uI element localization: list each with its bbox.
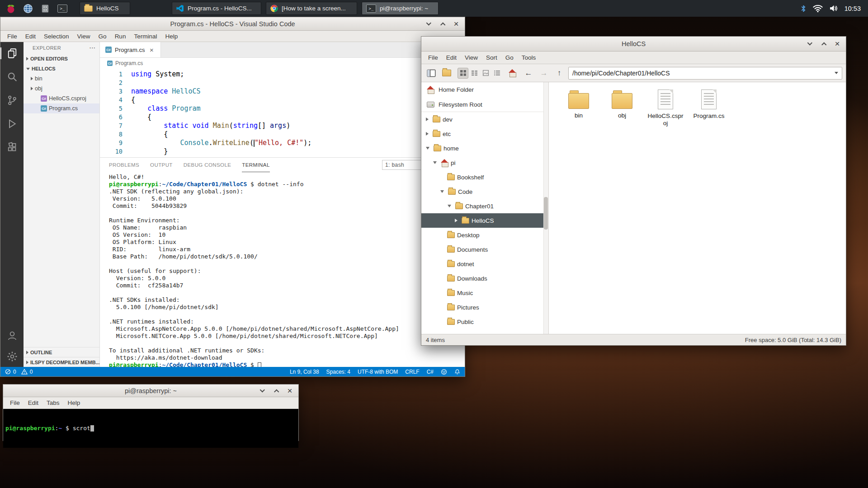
run-debug-icon[interactable] (6, 118, 18, 130)
breadcrumb[interactable]: Program.cs (100, 58, 465, 69)
taskbar-task-hellocs[interactable]: HelloCS (80, 2, 130, 15)
back-button[interactable] (522, 67, 535, 80)
section-ilspy[interactable]: ILSPY DECOMPILED MEMB... (24, 357, 99, 367)
fm-file-pane[interactable]: bin obj HelloCS.csproj Program.cs (549, 82, 846, 334)
maximize-button[interactable] (273, 388, 279, 394)
close-button[interactable] (453, 21, 459, 27)
menu-item-selection[interactable]: Selection (40, 33, 73, 40)
tree-item-pictures[interactable]: Pictures (421, 300, 548, 314)
minimize-button[interactable] (426, 21, 432, 27)
expander-icon[interactable] (433, 161, 437, 164)
cursor-position[interactable]: Ln 9, Col 38 (290, 369, 319, 375)
file-item-csproj[interactable]: HelloCS.csproj (645, 89, 686, 127)
integrated-terminal[interactable]: Hello, C#! pi@raspberrypi:~/Code/Chapter… (100, 172, 465, 367)
place-filesystem-root[interactable]: Filesystem Root (421, 97, 548, 112)
menu-item-edit[interactable]: Edit (442, 54, 461, 61)
menu-item-file[interactable]: File (3, 33, 21, 40)
home-button[interactable] (507, 67, 519, 80)
tab-output[interactable]: OUTPUT (150, 162, 173, 168)
maximize-button[interactable] (439, 21, 446, 27)
tree-item-dotnet[interactable]: dotnet (421, 257, 548, 271)
close-button[interactable] (287, 388, 293, 394)
settings-gear-icon[interactable] (6, 351, 18, 362)
section-outline[interactable]: OUTLINE (24, 347, 99, 357)
compact-view-button[interactable] (469, 68, 480, 79)
tree-item-home[interactable]: home (421, 141, 548, 155)
fm-titlebar[interactable]: HelloCS (421, 37, 846, 52)
tab-terminal[interactable]: TERMINAL (242, 158, 269, 172)
path-bar[interactable]: /home/pi/Code/Chapter01/HelloCS (568, 67, 842, 80)
tab-program-cs[interactable]: Program.cs (100, 42, 161, 57)
menu-item-view[interactable]: View (461, 54, 482, 61)
account-icon[interactable] (6, 330, 18, 342)
tab-problems[interactable]: PROBLEMS (109, 162, 139, 168)
source-control-icon[interactable] (6, 94, 18, 106)
explorer-item-csproj[interactable]: HelloCS.csproj (24, 94, 99, 103)
tree-item-music[interactable]: Music (421, 286, 548, 300)
menu-item-tools[interactable]: Tools (518, 54, 540, 61)
extensions-icon[interactable] (6, 141, 18, 153)
minimize-button[interactable] (807, 41, 813, 47)
expander-icon[interactable] (440, 190, 444, 193)
toggle-side-pane-button[interactable] (425, 67, 438, 80)
explorer-item-bin[interactable]: bin (24, 74, 99, 84)
wifi-icon[interactable] (813, 5, 823, 12)
menu-item-go[interactable]: Go (94, 33, 111, 40)
section-project[interactable]: HELLOCS (24, 64, 99, 74)
expander-icon[interactable] (448, 205, 451, 207)
menu-item-sort[interactable]: Sort (482, 54, 501, 61)
tree-item-etc[interactable]: etc (421, 127, 548, 141)
up-button[interactable] (553, 67, 566, 80)
browser-launcher[interactable] (22, 2, 34, 15)
menu-item-edit[interactable]: Edit (21, 33, 40, 40)
explorer-item-program-cs[interactable]: Program.cs (24, 103, 99, 113)
more-actions-icon[interactable] (90, 45, 96, 51)
terminal-titlebar[interactable]: pi@raspberrypi: ~ (3, 385, 298, 397)
menu-item-run[interactable]: Run (111, 33, 130, 40)
thumbnail-view-button[interactable] (480, 68, 491, 79)
menu-item-terminal[interactable]: Terminal (130, 33, 161, 40)
warnings-icon[interactable] (21, 369, 28, 375)
tree-item-documents[interactable]: Documents (421, 242, 548, 257)
taskbar-task-terminal[interactable]: pi@raspberrypi: ~ (362, 2, 439, 15)
file-item-obj[interactable]: obj (601, 89, 643, 119)
code-editor[interactable]: 1using System; 2 3namespace HelloCS 4{ 5… (100, 69, 465, 157)
menu-item-help[interactable]: Help (161, 33, 182, 40)
bluetooth-icon[interactable] (800, 5, 807, 13)
maximize-button[interactable] (821, 41, 827, 47)
explorer-icon[interactable] (6, 47, 18, 59)
new-folder-button[interactable] (440, 67, 453, 80)
tree-item-bookshelf[interactable]: Bookshelf (421, 170, 548, 184)
tree-item-code[interactable]: Code (421, 184, 548, 199)
errors-icon[interactable] (5, 369, 11, 375)
icon-view-button[interactable] (458, 68, 468, 79)
search-icon[interactable] (6, 71, 18, 83)
menu-item-tabs[interactable]: Tabs (42, 399, 64, 406)
expander-icon[interactable] (455, 219, 458, 222)
vscode-titlebar[interactable]: Program.cs - HelloCS - Visual Studio Cod… (0, 17, 465, 31)
file-item-program-cs[interactable]: Program.cs (688, 89, 730, 120)
section-open-editors[interactable]: OPEN EDITORS (24, 54, 99, 64)
tree-item-dev[interactable]: dev (421, 112, 548, 127)
menu-item-help[interactable]: Help (64, 399, 85, 406)
encoding[interactable]: UTF-8 with BOM (358, 369, 398, 375)
terminal-console[interactable]: pi@raspberrypi:~ $ scrot (3, 409, 298, 448)
menu-item-go[interactable]: Go (501, 54, 518, 61)
expander-icon[interactable] (426, 147, 429, 150)
explorer-item-obj[interactable]: obj (24, 84, 99, 94)
taskbar-task-vscode[interactable]: Program.cs - HelloCS... (172, 2, 261, 15)
warnings-count[interactable]: 0 (30, 369, 33, 375)
tree-item-public[interactable]: Public (421, 314, 548, 329)
close-tab-icon[interactable] (148, 46, 155, 53)
place-home-folder[interactable]: Home Folder (421, 82, 548, 97)
scrollbar[interactable] (543, 82, 548, 334)
expander-icon[interactable] (426, 117, 429, 121)
tree-item-chapter01[interactable]: Chapter01 (421, 199, 548, 213)
tree-item-pi[interactable]: pi (421, 155, 548, 170)
tree-item-hellocs[interactable]: HelloCS (421, 213, 548, 228)
menu-item-edit[interactable]: Edit (24, 399, 42, 406)
indentation[interactable]: Spaces: 4 (326, 369, 350, 375)
forward-button[interactable] (538, 67, 550, 80)
clock[interactable]: 10:53 (844, 5, 861, 12)
menu-item-file[interactable]: File (424, 54, 442, 61)
